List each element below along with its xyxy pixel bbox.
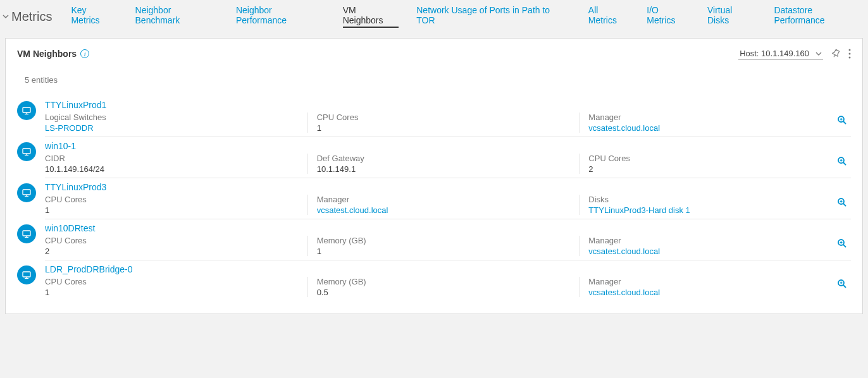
kebab-icon[interactable]	[848, 49, 851, 59]
zoom-in-icon[interactable]	[837, 115, 847, 127]
col-label: CPU Cores	[45, 195, 299, 204]
entity-col: CPU Cores1	[307, 113, 580, 133]
zoom-in-icon[interactable]	[837, 279, 847, 291]
entity-col: Memory (GB)1	[307, 236, 580, 256]
entities-list: TTYLinuxProd1Logical SwitchesLS-PRODDRCP…	[17, 96, 851, 301]
entity-body: win10DRtestCPU Cores2Memory (GB)1Manager…	[45, 223, 851, 260]
col-value: 2	[588, 164, 842, 174]
entity-col: Managervcsatest.cloud.local	[307, 195, 580, 215]
vm-icon	[17, 142, 36, 161]
col-label: Def Gateway	[317, 154, 571, 163]
tabs: Key MetricsNeighbor BenchmarkNeighbor Pe…	[71, 5, 865, 28]
col-value-link[interactable]: TTYLinuxProd3-Hard disk 1	[588, 205, 842, 215]
panel-title-wrap: VM Neighbors i	[17, 49, 89, 59]
entity-col: CPU Cores1	[45, 195, 307, 215]
zoom-in-icon[interactable]	[837, 238, 847, 250]
entity-name-link[interactable]: TTYLinuxProd1	[45, 100, 106, 110]
tab-neighbor-performance[interactable]: Neighbor Performance	[236, 5, 325, 28]
entity-body: LDR_ProdDRBridge-0CPU Cores1Memory (GB)0…	[45, 264, 851, 301]
entity-body: win10-1CIDR10.1.149.164/24Def Gateway10.…	[45, 141, 851, 178]
entity-row: win10-1CIDR10.1.149.164/24Def Gateway10.…	[17, 137, 851, 178]
entity-row: LDR_ProdDRBridge-0CPU Cores1Memory (GB)0…	[17, 260, 851, 301]
col-label: CPU Cores	[45, 236, 299, 245]
col-value: 0.5	[317, 288, 571, 297]
entity-body: TTYLinuxProd3CPU Cores1Managervcsatest.c…	[45, 182, 851, 219]
entity-name-link[interactable]: win10DRtest	[45, 223, 95, 233]
svg-line-35	[843, 285, 846, 288]
col-value: 2	[45, 247, 299, 256]
svg-rect-31	[23, 272, 30, 277]
svg-rect-17	[23, 190, 30, 195]
tab-neighbor-benchmark[interactable]: Neighbor Benchmark	[135, 5, 218, 28]
entity-col: Managervcsatest.cloud.local	[579, 113, 851, 133]
svg-line-21	[843, 204, 846, 206]
svg-point-2	[849, 57, 851, 59]
svg-rect-10	[23, 149, 30, 154]
metrics-bar: Metrics Key MetricsNeighbor BenchmarkNei…	[0, 0, 868, 32]
panel-header-actions: Host: 10.1.149.160	[738, 47, 851, 60]
entity-col: Memory (GB)0.5	[307, 277, 580, 297]
col-label: CPU Cores	[588, 154, 842, 163]
chevron-down-icon	[815, 51, 822, 57]
col-label: Manager	[588, 236, 842, 245]
entity-col: CPU Cores2	[579, 154, 851, 174]
entity-col: Logical SwitchesLS-PRODDR	[45, 113, 307, 133]
entity-name-link[interactable]: win10-1	[45, 141, 76, 151]
col-value: 1	[45, 288, 299, 297]
col-value: 10.1.149.164/24	[45, 164, 299, 174]
vm-neighbors-panel: VM Neighbors i Host: 10.1.149.160 5 enti…	[5, 38, 863, 314]
entity-col: CIDR10.1.149.164/24	[45, 154, 307, 174]
col-label: CIDR	[45, 154, 299, 163]
svg-line-14	[843, 162, 846, 165]
entity-cols: Logical SwitchesLS-PRODDRCPU Cores1Manag…	[45, 113, 851, 133]
col-label: CPU Cores	[45, 277, 299, 286]
entity-row: TTYLinuxProd3CPU Cores1Managervcsatest.c…	[17, 178, 851, 219]
entity-name-link[interactable]: TTYLinuxProd3	[45, 182, 106, 192]
vm-icon	[17, 183, 36, 202]
panel-header: VM Neighbors i Host: 10.1.149.160	[17, 47, 851, 60]
tab-vm-neighbors[interactable]: VM Neighbors	[343, 5, 399, 28]
col-label: Manager	[588, 277, 842, 286]
tab-key-metrics[interactable]: Key Metrics	[71, 5, 117, 28]
col-label: Logical Switches	[45, 113, 299, 122]
tab-virtual-disks[interactable]: Virtual Disks	[707, 5, 756, 28]
entity-col: CPU Cores2	[45, 236, 307, 256]
entity-col: DisksTTYLinuxProd3-Hard disk 1	[579, 195, 851, 215]
info-icon[interactable]: i	[80, 49, 89, 58]
entity-col: Def Gateway10.1.149.1	[307, 154, 580, 174]
vm-icon	[17, 265, 36, 284]
entity-row: win10DRtestCPU Cores2Memory (GB)1Manager…	[17, 219, 851, 260]
entity-cols: CPU Cores2Memory (GB)1Managervcsatest.cl…	[45, 236, 851, 256]
entities-count: 5 entities	[17, 75, 851, 85]
zoom-in-icon[interactable]	[837, 197, 847, 209]
metrics-title: Metrics	[11, 9, 52, 24]
entity-col: CPU Cores1	[45, 277, 307, 297]
chevron-down-icon	[3, 13, 9, 20]
entity-col: Managervcsatest.cloud.local	[579, 277, 851, 297]
svg-line-7	[843, 121, 846, 124]
col-value-link[interactable]: vcsatest.cloud.local	[588, 247, 842, 256]
host-select[interactable]: Host: 10.1.149.160	[738, 47, 823, 60]
tab-datastore-performance[interactable]: Datastore Performance	[774, 5, 865, 28]
col-label: Manager	[588, 113, 842, 122]
col-value-link[interactable]: LS-PRODDR	[45, 123, 299, 133]
col-value: 10.1.149.1	[317, 164, 571, 174]
col-value: 1	[45, 205, 299, 215]
vm-icon	[17, 101, 36, 120]
tab-i-o-metrics[interactable]: I/O Metrics	[647, 5, 690, 28]
entity-cols: CIDR10.1.149.164/24Def Gateway10.1.149.1…	[45, 154, 851, 174]
entity-name-link[interactable]: LDR_ProdDRBridge-0	[45, 264, 133, 274]
col-value-link[interactable]: vcsatest.cloud.local	[588, 123, 842, 133]
pin-icon[interactable]	[831, 49, 841, 59]
metrics-collapse-toggle[interactable]: Metrics	[3, 9, 71, 24]
tab-network-usage-of-ports-in-path-to-tor[interactable]: Network Usage of Ports in Path to TOR	[416, 5, 571, 28]
entity-cols: CPU Cores1Managervcsatest.cloud.localDis…	[45, 195, 851, 215]
entity-body: TTYLinuxProd1Logical SwitchesLS-PRODDRCP…	[45, 100, 851, 137]
col-label: Memory (GB)	[317, 236, 571, 245]
col-value-link[interactable]: vcsatest.cloud.local	[317, 205, 571, 215]
svg-point-1	[849, 53, 851, 55]
col-label: Memory (GB)	[317, 277, 571, 286]
col-value-link[interactable]: vcsatest.cloud.local	[588, 288, 842, 297]
zoom-in-icon[interactable]	[837, 156, 847, 168]
tab-all-metrics[interactable]: All Metrics	[588, 5, 629, 28]
